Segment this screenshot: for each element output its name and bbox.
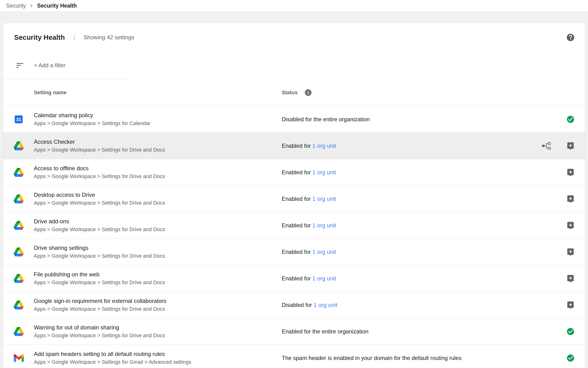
setting-path: Apps > Google Workspace > Settings for D… bbox=[34, 253, 165, 259]
setting-name-cell: Access Checker Apps > Google Workspace >… bbox=[34, 138, 165, 153]
status-text: Enabled for bbox=[282, 222, 312, 229]
setting-name: Warning for out of domain sharing bbox=[34, 324, 165, 331]
setting-name-cell: File publishing on the web Apps > Google… bbox=[34, 271, 165, 285]
help-button[interactable] bbox=[566, 33, 575, 42]
gmail-icon bbox=[13, 353, 24, 363]
setting-name: Calendar sharing policy bbox=[34, 112, 151, 119]
calendar-icon: 31 bbox=[13, 114, 24, 125]
setting-name-cell: Google sign-in requirement for external … bbox=[34, 297, 166, 312]
status-text: Enabled for bbox=[282, 249, 312, 255]
setting-path: Apps > Google Workspace > Settings for D… bbox=[34, 332, 165, 339]
recommendation-icon[interactable] bbox=[566, 274, 575, 283]
table-row[interactable]: Add spam headers setting to all default … bbox=[3, 345, 585, 368]
table-row[interactable]: 31 Calendar sharing policy Apps > Google… bbox=[3, 106, 585, 132]
row-actions bbox=[542, 142, 575, 150]
filter-bar: + Add a filter bbox=[3, 52, 585, 79]
recommendation-icon[interactable] bbox=[566, 168, 575, 177]
status-text: Enabled for the entire organization bbox=[282, 328, 369, 335]
org-unit-link[interactable]: 1 org unit bbox=[314, 302, 337, 308]
recommendation-icon[interactable] bbox=[566, 195, 575, 203]
drive-icon bbox=[13, 167, 24, 178]
setting-path: Apps > Google Workspace > Settings for D… bbox=[34, 279, 165, 285]
row-actions bbox=[566, 195, 575, 203]
status-column-label[interactable]: Status bbox=[282, 90, 298, 96]
column-header-setting-name[interactable]: Setting name bbox=[34, 90, 66, 96]
add-filter-button[interactable]: + Add a filter bbox=[34, 62, 66, 69]
setting-status: Enabled for 1 org unit bbox=[282, 169, 336, 176]
status-ok-icon bbox=[566, 327, 575, 336]
setting-name-cell: Warning for out of domain sharing Apps >… bbox=[34, 324, 165, 339]
setting-name: Drive sharing settings bbox=[34, 244, 165, 251]
card-header: Security Health | Showing 42 settings bbox=[3, 23, 585, 52]
recommendation-icon[interactable] bbox=[566, 248, 575, 256]
setting-path: Apps > Google Workspace > Settings for D… bbox=[34, 200, 165, 206]
row-actions bbox=[566, 274, 575, 283]
setting-status: Enabled for 1 org unit bbox=[282, 143, 336, 149]
setting-status: The spam header is enabled in your domai… bbox=[282, 355, 461, 361]
setting-name: File publishing on the web bbox=[34, 271, 165, 278]
drive-icon bbox=[13, 141, 24, 151]
drive-icon bbox=[13, 220, 24, 231]
drive-icon bbox=[13, 247, 24, 257]
table-row[interactable]: File publishing on the web Apps > Google… bbox=[3, 265, 585, 292]
row-actions bbox=[566, 327, 575, 336]
setting-path: Apps > Google Workspace > Settings for D… bbox=[34, 173, 165, 180]
org-units-icon[interactable] bbox=[542, 142, 551, 150]
breadcrumb: Security Security Health bbox=[6, 3, 77, 9]
recommendation-icon[interactable] bbox=[566, 301, 575, 309]
setting-status: Enabled for 1 org unit bbox=[282, 249, 336, 255]
org-unit-link[interactable]: 1 org unit bbox=[312, 169, 336, 175]
setting-name: Google sign-in requirement for external … bbox=[34, 297, 166, 304]
info-icon[interactable] bbox=[304, 89, 312, 97]
title-separator: | bbox=[73, 34, 75, 41]
table-row[interactable]: Desktop access to Drive Apps > Google Wo… bbox=[3, 185, 585, 212]
status-text: The spam header is enabled in your domai… bbox=[282, 355, 461, 361]
security-health-card: Security Health | Showing 42 settings + … bbox=[3, 23, 585, 368]
setting-name: Access to offline docs bbox=[34, 165, 165, 172]
org-unit-link[interactable]: 1 org unit bbox=[312, 143, 336, 149]
breadcrumb-chevron-icon bbox=[29, 3, 34, 9]
status-text: Disabled for bbox=[282, 302, 314, 308]
table-row[interactable]: Access to offline docs Apps > Google Wor… bbox=[3, 159, 585, 185]
row-actions bbox=[566, 115, 575, 124]
top-bar: Security Security Health bbox=[0, 0, 588, 11]
setting-status: Enabled for the entire organization bbox=[282, 328, 369, 335]
row-actions bbox=[566, 301, 575, 309]
org-unit-link[interactable]: 1 org unit bbox=[312, 249, 336, 255]
org-unit-link[interactable]: 1 org unit bbox=[312, 222, 336, 229]
breadcrumb-security[interactable]: Security bbox=[6, 3, 26, 9]
drive-icon bbox=[13, 300, 24, 310]
setting-status: Enabled for 1 org unit bbox=[282, 222, 336, 229]
page-title: Security Health bbox=[14, 34, 65, 41]
setting-path: Apps > Google Workspace > Settings for D… bbox=[34, 226, 165, 232]
setting-name: Desktop access to Drive bbox=[34, 191, 165, 198]
table-header: Setting name Status bbox=[3, 79, 585, 106]
recommendation-icon[interactable] bbox=[566, 221, 575, 230]
setting-path: Apps > Google Workspace > Settings for D… bbox=[34, 306, 166, 312]
status-ok-icon bbox=[566, 354, 575, 362]
setting-path: Apps > Google Workspace > Settings for G… bbox=[34, 359, 191, 365]
recommendation-icon[interactable] bbox=[566, 142, 575, 150]
table-row[interactable]: Drive sharing settings Apps > Google Wor… bbox=[3, 239, 585, 265]
table-row[interactable]: Warning for out of domain sharing Apps >… bbox=[3, 318, 585, 345]
setting-name: Add spam headers setting to all default … bbox=[34, 350, 191, 357]
table-row[interactable]: Access Checker Apps > Google Workspace >… bbox=[3, 132, 585, 159]
settings-table: 31 Calendar sharing policy Apps > Google… bbox=[3, 106, 585, 368]
status-text: Enabled for bbox=[282, 275, 312, 282]
table-row[interactable]: Google sign-in requirement for external … bbox=[3, 292, 585, 318]
svg-text:31: 31 bbox=[16, 117, 21, 122]
org-unit-link[interactable]: 1 org unit bbox=[312, 196, 336, 202]
setting-path: Apps > Google Workspace > Settings for C… bbox=[34, 120, 151, 127]
row-actions bbox=[566, 168, 575, 177]
setting-status: Enabled for 1 org unit bbox=[282, 196, 336, 202]
filter-icon[interactable] bbox=[15, 61, 24, 70]
org-unit-link[interactable]: 1 org unit bbox=[312, 275, 336, 282]
drive-icon bbox=[13, 273, 24, 284]
column-header-status: Status bbox=[282, 89, 312, 97]
setting-name-cell: Access to offline docs Apps > Google Wor… bbox=[34, 165, 165, 180]
setting-status: Disabled for the entire organization bbox=[282, 116, 370, 123]
setting-name-cell: Calendar sharing policy Apps > Google Wo… bbox=[34, 112, 151, 127]
row-actions bbox=[566, 248, 575, 256]
table-row[interactable]: Drive add-ons Apps > Google Workspace > … bbox=[3, 212, 585, 239]
setting-status: Enabled for 1 org unit bbox=[282, 275, 336, 282]
